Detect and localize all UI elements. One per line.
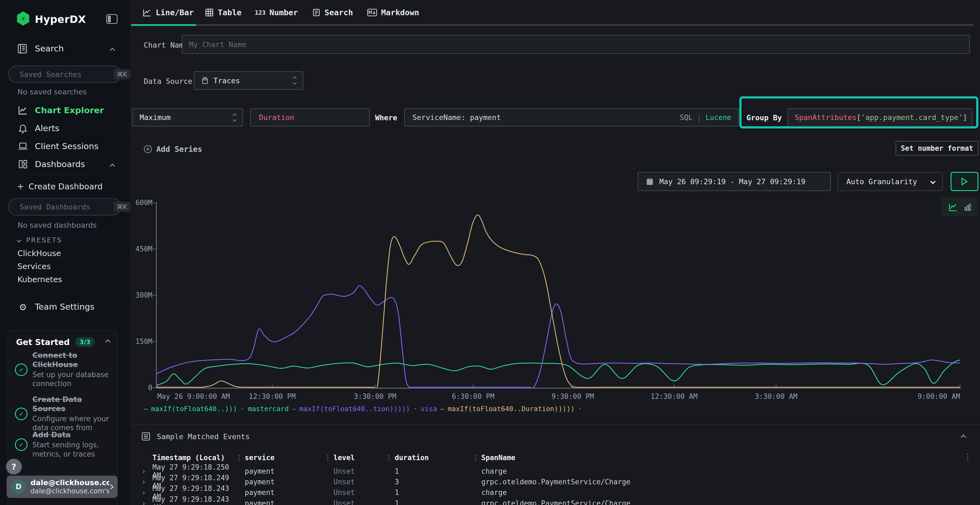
col-duration[interactable]: ⋮duration [388, 454, 474, 462]
sidebar-item-preset-clickhouse[interactable]: ClickHouse [18, 249, 61, 258]
sidebar-section-search[interactable]: Search [35, 43, 64, 53]
tab-line-bar[interactable]: Line/Bar [142, 0, 194, 25]
group-by-input[interactable]: SpanAttributes['app.payment.card_type'] [788, 108, 972, 127]
sidebar-item-alerts[interactable]: Alerts [0, 119, 130, 137]
cell-level: Unset [326, 499, 388, 505]
x-tick-label: 9:30:00 PM [552, 392, 594, 400]
legend-label[interactable]: maxIf(toFloat640..Duration))))) [448, 405, 575, 413]
sidebar-collapse-icon[interactable] [106, 14, 118, 24]
sidebar-item-client-sessions[interactable]: Client Sessions [0, 137, 130, 155]
legend-group-visa[interactable]: visa [421, 405, 437, 413]
where-label: Where [375, 113, 397, 122]
user-menu[interactable]: D dale@clickhouse.com dale@clickhouse.co… [6, 476, 118, 498]
tab-table[interactable]: Table [205, 0, 242, 25]
plus-icon: + [17, 181, 24, 192]
field-input[interactable]: Duration [250, 108, 370, 127]
no-saved-dashboards-text: No saved dashboards [18, 221, 97, 229]
x-tick-label: 12:30:00 PM [249, 392, 296, 400]
sidebar-item-preset-services[interactable]: Services [18, 262, 51, 271]
lucene-mode-toggle[interactable]: Lucene [706, 113, 731, 122]
sql-mode-toggle[interactable]: SQL [680, 113, 692, 122]
search-section-chevron-up-icon[interactable] [110, 48, 115, 53]
saved-dashboards-input[interactable]: ⌘K [8, 198, 121, 216]
column-resize-icon[interactable]: ⋮ [235, 454, 243, 462]
sidebar-item-dashboards[interactable]: Dashboards [0, 155, 130, 173]
table-row[interactable]: › May 27 9:29:18.243 AM payment Unset 1 … [142, 495, 969, 505]
bracket-close: ] [963, 113, 967, 122]
tab-markdown[interactable]: Markdown [367, 0, 419, 25]
events-table-header: Timestamp (Local) ⋮service ⋮level ⋮durat… [142, 452, 969, 463]
select-updown-icon [293, 77, 296, 84]
list-box-icon [141, 432, 151, 441]
x-tick-label: 3:30:00 PM [354, 392, 397, 400]
col-timestamp[interactable]: Timestamp (Local) [153, 454, 238, 462]
date-range-input[interactable]: May 26 09:29:19 - May 27 09:29:19 [638, 172, 831, 191]
y-tick-label: 450M [135, 245, 153, 253]
table-row[interactable]: › May 27 9:29:18.250 AM payment Unset 1 … [142, 463, 969, 474]
select-updown-icon [233, 114, 236, 121]
bar-chart-toggle-icon[interactable] [963, 202, 972, 212]
add-series-button[interactable]: Add Series [143, 144, 202, 154]
granularity-select[interactable]: Auto Granularity [838, 172, 943, 191]
get-started-item[interactable]: ✓ Create Data Sources Configure where yo… [15, 395, 110, 433]
saved-searches-field[interactable] [19, 70, 113, 79]
where-input[interactable]: ServiceName: payment SQL | Lucene [404, 108, 739, 127]
table-row[interactable]: › May 27 9:29:18.243 AM payment Unset 1 … [142, 484, 969, 495]
x-tick-label: 3:30:00 AM [755, 392, 798, 400]
y-tick-label: 150M [135, 337, 153, 346]
saved-searches-shortcut: ⌘K [113, 69, 130, 79]
get-started-progress-badge: 3/3 [75, 337, 95, 347]
create-dashboard-button[interactable]: + Create Dashboard [17, 181, 103, 192]
tab-search[interactable]: Search [312, 0, 353, 25]
saved-dashboards-field[interactable] [19, 202, 113, 211]
sidebar-item-team-settings[interactable]: ⚙ Team Settings [0, 298, 130, 316]
timeseries-chart[interactable] [156, 203, 960, 388]
sidebar-item-chart-explorer[interactable]: Chart Explorer [0, 101, 130, 119]
run-query-button[interactable] [951, 172, 978, 191]
line-chart-icon [142, 8, 152, 17]
column-resize-icon[interactable]: ⋮ [385, 454, 393, 462]
col-span-name[interactable]: ⋮SpanName [474, 454, 969, 462]
legend-label[interactable]: maxIf(toFloat640..tion))))) [299, 405, 410, 413]
presets-toggle[interactable]: PRESETS [18, 236, 62, 244]
x-tick-label: May 26 9:00:00 AM [158, 392, 230, 400]
get-started-chevron-up-icon[interactable] [105, 339, 111, 345]
user-email: dale@clickhouse.com [30, 478, 109, 487]
aggregation-select[interactable]: Maximum [132, 108, 243, 127]
cell-duration: 1 [388, 499, 474, 505]
chart-name-input[interactable] [182, 35, 970, 54]
dashboards-grid-icon [17, 159, 29, 169]
column-resize-icon[interactable]: ⋮ [324, 454, 331, 462]
saved-searches-input[interactable]: ⌘K [8, 65, 121, 83]
collapse-events-chevron-up-icon[interactable] [961, 435, 966, 440]
data-source-select[interactable]: Traces [194, 71, 303, 90]
tab-number[interactable]: 123 Number [255, 0, 298, 25]
gear-icon: ⚙ [17, 301, 29, 312]
help-button[interactable]: ? [6, 459, 22, 475]
table-row[interactable]: › May 27 9:29:18.249 AM payment Unset 3 … [142, 474, 969, 484]
col-level[interactable]: ⋮level [326, 454, 388, 462]
get-started-title: Get Started [16, 337, 70, 347]
y-tick-label: 300M [135, 291, 153, 299]
x-axis-labels: May 26 9:00:00 AM12:30:00 PM3:30:00 PM6:… [156, 389, 960, 402]
legend-group-mastercard[interactable]: mastercard [248, 405, 289, 413]
set-number-format-button[interactable]: Set number format [896, 141, 978, 156]
chart-name-field[interactable] [182, 40, 969, 49]
hyperdx-app: ⚡ HyperDX Search ⌘K No saved searches [0, 0, 980, 505]
laptop-icon [17, 141, 29, 151]
get-started-item[interactable]: ✓ Connect to ClickHouse Set up your data… [15, 351, 110, 389]
col-service[interactable]: ⋮service [238, 454, 326, 462]
sample-events-title: Sample Matched Events [157, 432, 250, 441]
divider [134, 141, 980, 142]
sidebar-item-preset-kubernetes[interactable]: Kubernetes [18, 275, 62, 284]
field-value: Duration [259, 113, 294, 122]
expand-row-chevron-icon[interactable]: › [142, 499, 153, 505]
markdown-icon [367, 8, 377, 17]
no-saved-searches-text: No saved searches [18, 87, 87, 96]
data-source-jar-icon [201, 76, 209, 85]
lang-divider: | [697, 113, 701, 122]
get-started-item[interactable]: ✓ Add Data Start sending logs, metrics, … [15, 430, 110, 459]
legend-label[interactable]: maxIf(toFloat640..))) [151, 405, 237, 413]
cell-span-name: grpc.oteldemo.PaymentService/Charge [474, 499, 969, 505]
column-resize-icon[interactable]: ⋮ [472, 454, 479, 462]
